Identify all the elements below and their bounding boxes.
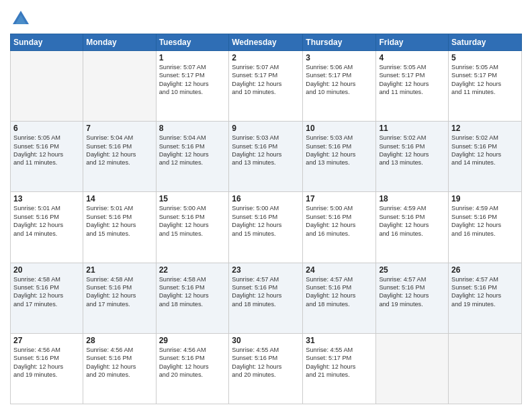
calendar-cell: 3Sunrise: 5:06 AM Sunset: 5:17 PM Daylig… — [303, 51, 376, 122]
day-detail: Sunrise: 5:07 AM Sunset: 5:17 PM Dayligh… — [159, 63, 226, 97]
calendar-cell: 1Sunrise: 5:07 AM Sunset: 5:17 PM Daylig… — [156, 51, 229, 122]
day-detail: Sunrise: 4:59 AM Sunset: 5:16 PM Dayligh… — [451, 204, 519, 238]
calendar-cell: 16Sunrise: 5:00 AM Sunset: 5:16 PM Dayli… — [229, 192, 303, 263]
calendar-cell — [11, 51, 83, 122]
calendar-cell: 6Sunrise: 5:05 AM Sunset: 5:16 PM Daylig… — [11, 122, 83, 192]
day-detail: Sunrise: 4:57 AM Sunset: 5:16 PM Dayligh… — [379, 275, 445, 309]
calendar-cell: 23Sunrise: 4:57 AM Sunset: 5:16 PM Dayli… — [229, 263, 303, 333]
day-number: 27 — [13, 336, 80, 345]
day-number: 4 — [379, 53, 445, 62]
calendar-cell: 11Sunrise: 5:02 AM Sunset: 5:16 PM Dayli… — [376, 122, 449, 192]
calendar-cell: 24Sunrise: 4:57 AM Sunset: 5:16 PM Dayli… — [303, 263, 376, 333]
day-number: 28 — [86, 336, 152, 345]
day-number: 30 — [232, 336, 300, 345]
calendar-cell: 25Sunrise: 4:57 AM Sunset: 5:16 PM Dayli… — [376, 263, 449, 333]
calendar-cell: 21Sunrise: 4:58 AM Sunset: 5:16 PM Dayli… — [83, 263, 156, 333]
day-number: 16 — [232, 194, 300, 203]
day-detail: Sunrise: 4:55 AM Sunset: 5:16 PM Dayligh… — [232, 346, 300, 379]
day-number: 20 — [13, 265, 80, 275]
weekday-header-monday: Monday — [83, 34, 156, 51]
calendar-cell: 30Sunrise: 4:55 AM Sunset: 5:16 PM Dayli… — [229, 333, 303, 404]
day-detail: Sunrise: 5:01 AM Sunset: 5:16 PM Dayligh… — [86, 204, 152, 238]
day-detail: Sunrise: 4:58 AM Sunset: 5:16 PM Dayligh… — [13, 275, 80, 309]
day-detail: Sunrise: 5:04 AM Sunset: 5:16 PM Dayligh… — [159, 134, 226, 167]
day-detail: Sunrise: 5:00 AM Sunset: 5:16 PM Dayligh… — [232, 204, 300, 238]
day-number: 23 — [232, 265, 300, 275]
day-detail: Sunrise: 5:07 AM Sunset: 5:17 PM Dayligh… — [232, 63, 300, 97]
day-detail: Sunrise: 5:06 AM Sunset: 5:17 PM Dayligh… — [306, 63, 373, 97]
calendar-cell: 26Sunrise: 4:57 AM Sunset: 5:16 PM Dayli… — [449, 263, 522, 333]
calendar-cell: 15Sunrise: 5:00 AM Sunset: 5:16 PM Dayli… — [156, 192, 229, 263]
calendar-cell — [83, 51, 156, 122]
day-number: 9 — [232, 124, 300, 133]
day-number: 14 — [86, 194, 152, 203]
calendar-cell: 2Sunrise: 5:07 AM Sunset: 5:17 PM Daylig… — [229, 51, 303, 122]
calendar-week-row: 1Sunrise: 5:07 AM Sunset: 5:17 PM Daylig… — [11, 51, 522, 122]
day-detail: Sunrise: 5:04 AM Sunset: 5:16 PM Dayligh… — [86, 134, 152, 167]
calendar-cell: 17Sunrise: 5:00 AM Sunset: 5:16 PM Dayli… — [303, 192, 376, 263]
calendar-cell: 19Sunrise: 4:59 AM Sunset: 5:16 PM Dayli… — [449, 192, 522, 263]
day-number: 25 — [379, 265, 445, 275]
calendar-cell — [376, 333, 449, 404]
calendar-cell: 12Sunrise: 5:02 AM Sunset: 5:16 PM Dayli… — [449, 122, 522, 192]
calendar-week-row: 13Sunrise: 5:01 AM Sunset: 5:16 PM Dayli… — [11, 192, 522, 263]
calendar-week-row: 20Sunrise: 4:58 AM Sunset: 5:16 PM Dayli… — [11, 263, 522, 333]
day-detail: Sunrise: 4:58 AM Sunset: 5:16 PM Dayligh… — [159, 275, 226, 309]
calendar-cell: 10Sunrise: 5:03 AM Sunset: 5:16 PM Dayli… — [303, 122, 376, 192]
day-number: 21 — [86, 265, 152, 275]
day-detail: Sunrise: 5:03 AM Sunset: 5:16 PM Dayligh… — [306, 134, 373, 167]
calendar-cell: 27Sunrise: 4:56 AM Sunset: 5:16 PM Dayli… — [11, 333, 83, 404]
calendar-cell: 28Sunrise: 4:56 AM Sunset: 5:16 PM Dayli… — [83, 333, 156, 404]
calendar-table: SundayMondayTuesdayWednesdayThursdayFrid… — [10, 34, 522, 404]
calendar-cell: 8Sunrise: 5:04 AM Sunset: 5:16 PM Daylig… — [156, 122, 229, 192]
day-number: 26 — [451, 265, 519, 275]
weekday-header-friday: Friday — [376, 34, 449, 51]
weekday-header-row: SundayMondayTuesdayWednesdayThursdayFrid… — [11, 34, 522, 51]
day-number: 8 — [159, 124, 226, 133]
day-detail: Sunrise: 5:00 AM Sunset: 5:16 PM Dayligh… — [159, 204, 226, 238]
day-number: 10 — [306, 124, 373, 133]
calendar-cell — [449, 333, 522, 404]
page: SundayMondayTuesdayWednesdayThursdayFrid… — [0, 0, 532, 411]
day-number: 6 — [13, 124, 80, 133]
day-number: 19 — [451, 194, 519, 203]
day-detail: Sunrise: 5:05 AM Sunset: 5:16 PM Dayligh… — [13, 134, 80, 167]
day-number: 3 — [306, 53, 373, 62]
day-detail: Sunrise: 4:56 AM Sunset: 5:16 PM Dayligh… — [13, 346, 80, 379]
day-number: 11 — [379, 124, 445, 133]
day-number: 22 — [159, 265, 226, 275]
day-detail: Sunrise: 5:05 AM Sunset: 5:17 PM Dayligh… — [379, 63, 445, 97]
calendar-cell: 31Sunrise: 4:55 AM Sunset: 5:17 PM Dayli… — [303, 333, 376, 404]
day-number: 29 — [159, 336, 226, 345]
day-number: 17 — [306, 194, 373, 203]
calendar-cell: 4Sunrise: 5:05 AM Sunset: 5:17 PM Daylig… — [376, 51, 449, 122]
day-detail: Sunrise: 4:57 AM Sunset: 5:16 PM Dayligh… — [306, 275, 373, 309]
calendar-cell: 20Sunrise: 4:58 AM Sunset: 5:16 PM Dayli… — [11, 263, 83, 333]
calendar-cell: 22Sunrise: 4:58 AM Sunset: 5:16 PM Dayli… — [156, 263, 229, 333]
calendar-cell: 29Sunrise: 4:56 AM Sunset: 5:16 PM Dayli… — [156, 333, 229, 404]
logo-icon — [11, 9, 30, 28]
calendar-cell: 5Sunrise: 5:05 AM Sunset: 5:17 PM Daylig… — [449, 51, 522, 122]
weekday-header-sunday: Sunday — [11, 34, 83, 51]
day-detail: Sunrise: 5:03 AM Sunset: 5:16 PM Dayligh… — [232, 134, 300, 167]
day-number: 15 — [159, 194, 226, 203]
day-detail: Sunrise: 5:02 AM Sunset: 5:16 PM Dayligh… — [379, 134, 445, 167]
calendar-week-row: 27Sunrise: 4:56 AM Sunset: 5:16 PM Dayli… — [11, 333, 522, 404]
day-detail: Sunrise: 4:58 AM Sunset: 5:16 PM Dayligh… — [86, 275, 152, 309]
day-number: 24 — [306, 265, 373, 275]
weekday-header-wednesday: Wednesday — [229, 34, 303, 51]
calendar-cell: 7Sunrise: 5:04 AM Sunset: 5:16 PM Daylig… — [83, 122, 156, 192]
day-number: 18 — [379, 194, 445, 203]
day-detail: Sunrise: 5:05 AM Sunset: 5:17 PM Dayligh… — [451, 63, 519, 97]
weekday-header-tuesday: Tuesday — [156, 34, 229, 51]
day-detail: Sunrise: 4:57 AM Sunset: 5:16 PM Dayligh… — [451, 275, 519, 309]
day-detail: Sunrise: 4:59 AM Sunset: 5:16 PM Dayligh… — [379, 204, 445, 238]
header — [10, 7, 522, 28]
day-number: 5 — [451, 53, 519, 62]
day-detail: Sunrise: 5:01 AM Sunset: 5:16 PM Dayligh… — [13, 204, 80, 238]
logo — [10, 9, 30, 28]
day-detail: Sunrise: 4:56 AM Sunset: 5:16 PM Dayligh… — [86, 346, 152, 379]
day-detail: Sunrise: 4:56 AM Sunset: 5:16 PM Dayligh… — [159, 346, 226, 379]
calendar-cell: 13Sunrise: 5:01 AM Sunset: 5:16 PM Dayli… — [11, 192, 83, 263]
day-number: 2 — [232, 53, 300, 62]
